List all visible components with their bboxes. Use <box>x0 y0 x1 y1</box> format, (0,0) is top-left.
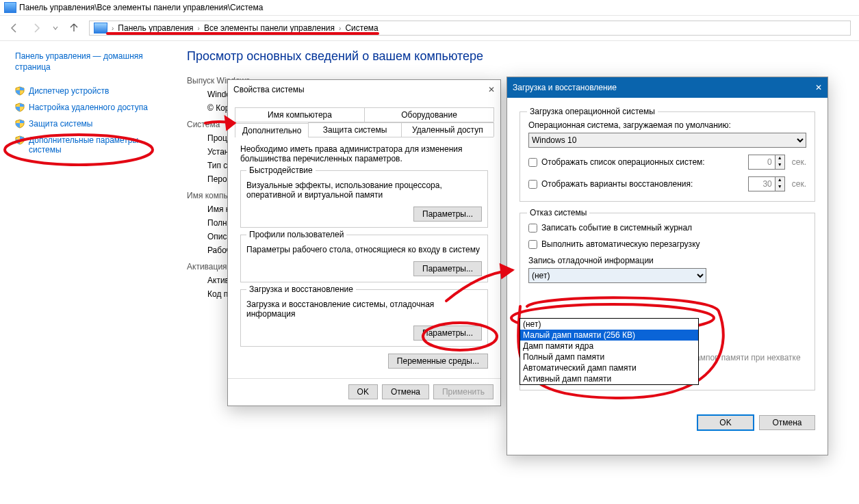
window-titlebar: Панель управления\Все элементы панели уп… <box>0 0 859 16</box>
system-properties-dialog: Свойства системы ✕ Имя компьютера Оборуд… <box>227 79 501 406</box>
chevron-right-icon[interactable]: › <box>198 25 200 32</box>
show-recovery-label: Отображать варианты восстановления: <box>541 179 693 189</box>
system-icon <box>4 2 15 13</box>
chevron-right-icon[interactable]: › <box>339 25 341 32</box>
shield-icon <box>15 86 25 96</box>
breadcrumb[interactable]: › Панель управления › Все элементы панел… <box>89 21 851 36</box>
group-title: Загрузка и восстановление <box>246 284 356 294</box>
dropdown-option[interactable]: Автоматический дамп памяти <box>520 362 698 373</box>
dialog-titlebar[interactable]: Загрузка и восстановление ✕ <box>507 77 828 98</box>
recovery-seconds-spinner[interactable]: 30▲▼ <box>748 176 785 191</box>
dump-info-label: Запись отладочной информации <box>528 256 806 265</box>
auto-restart-checkbox[interactable] <box>528 240 537 249</box>
navigation-bar: › Панель управления › Все элементы панел… <box>0 16 859 41</box>
fieldset-system-boot: Загрузка операционной системы Операционн… <box>520 111 815 202</box>
fieldset-legend: Отказ системы <box>527 208 589 217</box>
group-text: Параметры рабочего стола, относящиеся ко… <box>246 245 482 254</box>
default-os-label: Операционная система, загружаемая по умо… <box>528 120 806 130</box>
tab-row-2: Дополнительно Защита системы Удаленный д… <box>235 122 493 137</box>
sidebar-item-advanced-settings[interactable]: Дополнительные параметры системы <box>29 135 162 155</box>
show-os-list-checkbox[interactable] <box>528 158 537 167</box>
dropdown-option[interactable]: Полный дамп памяти <box>520 352 698 362</box>
shield-icon <box>15 103 25 112</box>
tab-advanced[interactable]: Дополнительно <box>235 123 309 137</box>
cancel-button[interactable]: Отмена <box>382 384 429 399</box>
page-heading: Просмотр основных сведений о вашем компь… <box>187 49 843 64</box>
sidebar: Панель управления — домашняя страница Ди… <box>0 41 170 504</box>
control-panel-home-link[interactable]: Панель управления — домашняя страница <box>15 51 162 72</box>
monitor-icon <box>94 23 107 34</box>
dialog-titlebar[interactable]: Свойства системы ✕ <box>228 80 500 99</box>
startup-recovery-settings-button[interactable]: Параметры... <box>413 326 482 341</box>
chevron-right-icon[interactable]: › <box>112 25 114 32</box>
write-event-label: Записать событие в системный журнал <box>541 223 692 233</box>
write-event-checkbox[interactable] <box>528 224 537 233</box>
sidebar-item-device-manager[interactable]: Диспетчер устройств <box>29 86 109 96</box>
breadcrumb-item[interactable]: Панель управления <box>118 23 193 33</box>
seconds-label: сек. <box>792 179 806 189</box>
tab-row-1: Имя компьютера Оборудование <box>235 107 493 122</box>
back-button[interactable] <box>8 22 21 34</box>
tab-system-protection[interactable]: Защита системы <box>308 122 401 137</box>
dump-type-select[interactable]: (нет) <box>528 268 706 283</box>
shield-icon <box>15 119 25 129</box>
user-profiles-settings-button[interactable]: Параметры... <box>413 261 482 276</box>
tab-remote[interactable]: Удаленный доступ <box>401 122 494 137</box>
performance-settings-button[interactable]: Параметры... <box>413 207 482 222</box>
dropdown-option[interactable]: Активный дамп памяти <box>520 373 698 384</box>
dialog-buttons: OK Отмена Применить <box>228 378 500 405</box>
dropdown-option-selected[interactable]: Малый дамп памяти (256 КВ) <box>520 330 698 341</box>
group-text: Загрузка и восстановление системы, отлад… <box>246 300 482 319</box>
startup-recovery-dialog: Загрузка и восстановление ✕ Загрузка опе… <box>507 77 828 455</box>
close-icon[interactable]: ✕ <box>815 83 822 92</box>
shield-icon <box>15 135 25 145</box>
admin-note: Необходимо иметь права администратора дл… <box>240 144 488 163</box>
group-user-profiles: Профили пользователей Параметры рабочего… <box>240 235 488 282</box>
breadcrumb-item[interactable]: Система <box>345 23 378 33</box>
dropdown-option[interactable]: (нет) <box>520 319 698 330</box>
show-recovery-checkbox[interactable] <box>528 180 537 189</box>
ok-button[interactable]: OK <box>697 415 754 430</box>
group-text: Визуальные эффекты, использование процес… <box>246 181 482 200</box>
window-title: Панель управления\Все элементы панели уп… <box>19 3 263 12</box>
seconds-label: сек. <box>792 157 806 167</box>
group-title: Быстродействие <box>246 165 316 175</box>
apply-button[interactable]: Применить <box>433 384 493 399</box>
up-button[interactable] <box>68 22 79 35</box>
dump-type-dropdown-list[interactable]: (нет) Малый дамп памяти (256 КВ) Дамп па… <box>520 318 699 385</box>
environment-variables-button[interactable]: Переменные среды... <box>388 354 488 369</box>
group-title: Профили пользователей <box>246 230 346 239</box>
dialog-buttons: OK Отмена <box>507 408 828 437</box>
forward-button[interactable] <box>30 22 42 34</box>
tab-hardware[interactable]: Оборудование <box>364 107 494 122</box>
sidebar-item-system-protection[interactable]: Защита системы <box>29 119 92 129</box>
auto-restart-label: Выполнить автоматическую перезагрузку <box>541 239 700 249</box>
group-startup-recovery: Загрузка и восстановление Загрузка и вос… <box>240 289 488 347</box>
breadcrumb-item[interactable]: Все элементы панели управления <box>204 23 335 33</box>
dropdown-option[interactable]: Дамп памяти ядра <box>520 341 698 352</box>
ok-button[interactable]: OK <box>348 384 378 399</box>
close-icon[interactable]: ✕ <box>488 85 495 94</box>
dialog-title: Свойства системы <box>233 85 305 94</box>
tab-computer-name[interactable]: Имя компьютера <box>235 107 365 122</box>
os-list-seconds-spinner[interactable]: 0▲▼ <box>748 155 785 170</box>
sidebar-item-remote-settings[interactable]: Настройка удаленного доступа <box>29 103 148 112</box>
fieldset-legend: Загрузка операционной системы <box>527 107 658 116</box>
recent-dropdown[interactable] <box>52 25 59 31</box>
cancel-button[interactable]: Отмена <box>759 415 815 430</box>
group-performance: Быстродействие Визуальные эффекты, испол… <box>240 170 488 228</box>
dialog-title: Загрузка и восстановление <box>513 83 617 92</box>
show-os-list-label: Отображать список операционных систем: <box>541 157 705 167</box>
default-os-select[interactable]: Windows 10 <box>528 133 806 148</box>
